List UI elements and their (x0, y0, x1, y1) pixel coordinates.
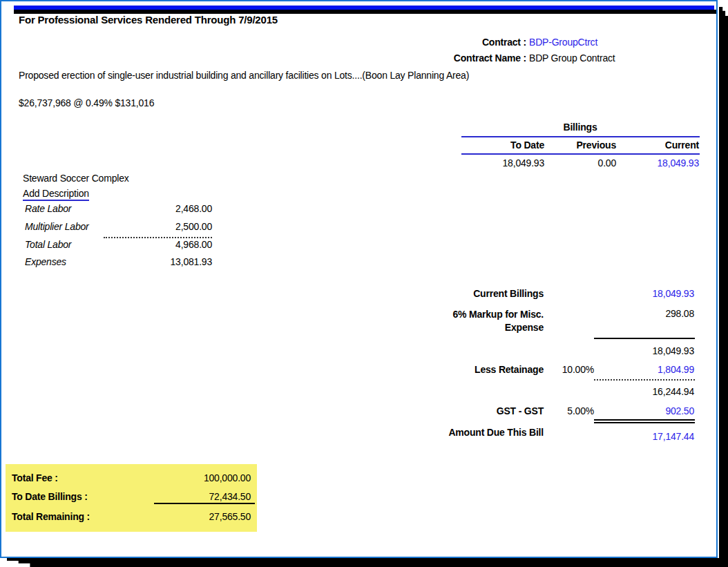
add-description-link[interactable]: Add Description (23, 188, 89, 201)
less-retainage-percent: 10.00% (542, 364, 594, 375)
current-billings-value-link[interactable]: 18,049.93 (593, 288, 694, 299)
expenses-value: 13,081.93 (136, 256, 212, 267)
total-fee-value: 100,000.00 (157, 472, 251, 483)
totals-rule (154, 503, 255, 504)
report-title: For Professional Services Rendered Throu… (19, 14, 278, 26)
project-description: Proposed erection of single-user industr… (19, 70, 469, 81)
fee-basis: $26,737,968 @ 0.49% $131,016 (19, 97, 154, 108)
less-retainage-value-link[interactable]: 1,804.99 (593, 364, 694, 375)
billings-to-date-value: 18,049.93 (461, 157, 544, 169)
billings-rule-bottom (461, 153, 700, 155)
retainage-rule (594, 379, 695, 381)
amount-due-rule (594, 419, 695, 423)
rate-labor-label: Rate Labor (25, 203, 136, 214)
billings-col-to-date: To Date (461, 140, 544, 151)
billings-table-title: Billings (461, 122, 699, 133)
amount-due-label: Amount Due This Bill (414, 427, 544, 438)
contract-name-label: Contract Name : (387, 52, 526, 64)
total-remaining-value: 27,565.50 (157, 511, 251, 522)
to-date-billings-label: To Date Billings : (12, 491, 88, 502)
window-shadow-right (719, 7, 728, 567)
amount-due-value-link[interactable]: 17,147.44 (593, 431, 694, 442)
billings-rule-top (461, 136, 700, 137)
billings-header-row: To Date Previous Current (461, 140, 699, 151)
gst-value-link[interactable]: 902.50 (593, 405, 694, 416)
contract-link[interactable]: BDP-GroupCtrct (529, 37, 597, 48)
billings-previous-value: 0.00 (544, 157, 616, 169)
billings-col-current: Current (616, 140, 699, 151)
total-fee-label: Total Fee : (12, 472, 58, 483)
current-billings-label: Current Billings (414, 288, 544, 299)
less-retainage-label: Less Retainage (414, 364, 544, 375)
total-labor-value: 4,968.00 (136, 239, 212, 250)
expenses-label: Expenses (25, 256, 136, 267)
contract-label: Contract : (387, 37, 526, 48)
billing-report-window: For Professional Services Rendered Throu… (0, 0, 718, 558)
gst-label: GST - GST (414, 405, 544, 416)
markup-value: 298.08 (593, 308, 694, 319)
subtotal-after-retainage: 16,244.94 (593, 386, 694, 397)
labor-row-expenses: Expenses 13,081.93 (25, 256, 212, 267)
subtotal-after-markup: 18,049.93 (593, 345, 694, 356)
markup-subtotal-rule (594, 338, 695, 339)
billing-report-page: For Professional Services Rendered Throu… (0, 0, 728, 567)
billings-col-previous: Previous (544, 140, 616, 151)
labor-row-multiplier: Multiplier Labor 2,500.00 (25, 221, 212, 232)
labor-row-total: Total Labor 4,968.00 (25, 239, 212, 250)
total-labor-label: Total Labor (25, 239, 136, 250)
billings-values-row: 18,049.93 0.00 18,049.93 (461, 157, 699, 169)
multiplier-labor-label: Multiplier Labor (25, 221, 136, 232)
project-name: Steward Soccer Complex (23, 173, 129, 184)
total-remaining-label: Total Remaining : (12, 511, 90, 522)
labor-row-rate: Rate Labor 2,468.00 (25, 203, 212, 214)
labor-subtotal-rule (104, 237, 212, 238)
markup-label: 6% Markup for Misc. Expense (432, 308, 544, 334)
contract-totals-box: Total Fee : 100,000.00 To Date Billings … (6, 464, 257, 532)
billings-current-value-link[interactable]: 18,049.93 (616, 157, 699, 169)
gst-percent: 5.00% (542, 405, 594, 416)
contract-name-value: BDP Group Contract (529, 52, 615, 64)
to-date-billings-value: 72,434.50 (157, 491, 251, 502)
rate-labor-value: 2,468.00 (136, 203, 212, 214)
window-shadow-bottom (7, 558, 728, 567)
multiplier-labor-value: 2,500.00 (136, 221, 212, 232)
